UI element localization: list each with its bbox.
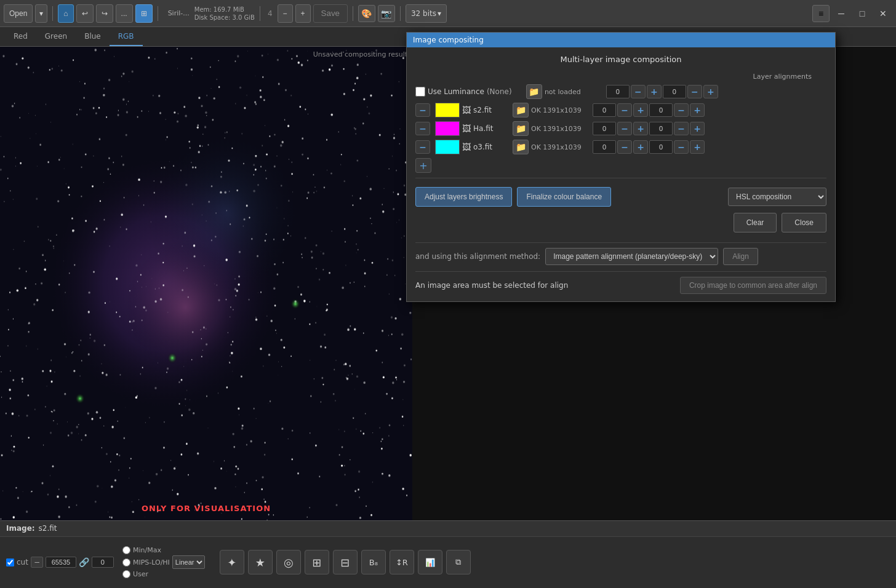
app-title: Siril-... bbox=[168, 9, 190, 17]
close-button[interactable]: ✕ bbox=[874, 4, 892, 23]
luminance-checkbox[interactable] bbox=[415, 87, 425, 97]
luminance-align-group: − + − + bbox=[606, 85, 718, 98]
tab-blue[interactable]: Blue bbox=[76, 30, 110, 46]
redo-button[interactable]: ↪ bbox=[96, 4, 113, 23]
clear-button[interactable]: Clear bbox=[734, 213, 777, 232]
icc-button[interactable]: 🎨 bbox=[358, 5, 375, 22]
link-icon[interactable]: 🔗 bbox=[79, 557, 89, 567]
tab-rgb[interactable]: RGB bbox=[110, 30, 143, 46]
o3-file-icon: 🖼 bbox=[462, 142, 471, 152]
s2-x2-plus-button[interactable]: + bbox=[690, 103, 705, 117]
s2-x1-minus-button[interactable]: − bbox=[617, 103, 632, 117]
ha-file-icon: 🖼 bbox=[462, 124, 471, 133]
bottom-info-row: Image: s2.fit bbox=[0, 521, 896, 537]
bits-selector[interactable]: 32 bits ▾ bbox=[406, 4, 447, 23]
align-method-dropdown[interactable]: Image pattern alignment (planetary/deep-… bbox=[545, 248, 718, 265]
luminance-x2-field[interactable] bbox=[663, 85, 686, 98]
o3-x2-field[interactable] bbox=[649, 140, 673, 154]
layer-row-ha: − 🖼 Ha.fit 📁 OK 1391x1039 − + − + bbox=[415, 121, 826, 136]
maximize-button[interactable]: □ bbox=[853, 4, 871, 23]
home-icon: ⌂ bbox=[63, 9, 68, 18]
o3-remove-button[interactable]: − bbox=[415, 140, 430, 154]
histogram-tool-icon[interactable]: 📊 bbox=[418, 550, 442, 574]
frame-plus-button[interactable]: + bbox=[295, 4, 311, 23]
watermark-label: ONLY FOR VISUALISATION bbox=[142, 504, 271, 513]
frame-minus-button[interactable]: − bbox=[278, 4, 293, 23]
cut-checkbox[interactable] bbox=[6, 558, 14, 566]
o3-folder-button[interactable]: 📁 bbox=[513, 140, 529, 154]
divider-1 bbox=[415, 178, 826, 178]
stretch-minmax-radio[interactable] bbox=[122, 546, 130, 554]
layer-align-header: Layer alignments bbox=[415, 73, 826, 81]
stretch-user-radio[interactable] bbox=[122, 570, 130, 578]
ha-x1-plus-button[interactable]: + bbox=[633, 122, 648, 135]
crop-button[interactable]: Crop image to common area after align bbox=[680, 277, 826, 294]
luminance-row: Use Luminance (None) 📁 not loaded − + − … bbox=[415, 84, 826, 99]
compositing-dialog: Image compositing Multi-layer image comp… bbox=[406, 32, 836, 302]
s2-x2-minus-button[interactable]: − bbox=[674, 103, 689, 117]
finalize-colour-button[interactable]: Finalize colour balance bbox=[517, 187, 611, 207]
circle-tool-icon[interactable]: ◎ bbox=[276, 550, 301, 574]
align-button[interactable]: Align bbox=[723, 248, 758, 265]
o3-folder-icon: 📁 bbox=[516, 142, 526, 152]
s2-remove-button[interactable]: − bbox=[415, 103, 430, 117]
grid-tool-icon[interactable]: ⊞ bbox=[305, 550, 329, 574]
offset-value-field[interactable] bbox=[92, 557, 114, 568]
s2-folder-icon: 📁 bbox=[516, 105, 526, 115]
minimize-button[interactable]: ─ bbox=[832, 4, 850, 23]
image-filename: s2.fit bbox=[39, 524, 57, 533]
ha-x2-field[interactable] bbox=[649, 122, 673, 135]
luminance-x2-minus-button[interactable]: − bbox=[687, 85, 702, 98]
open-button[interactable]: Open bbox=[4, 4, 33, 23]
o3-x1-plus-button[interactable]: + bbox=[633, 140, 648, 154]
s2-color-swatch[interactable] bbox=[435, 103, 460, 117]
abc-tool-icon[interactable]: B₈ bbox=[361, 550, 386, 574]
stretch-type-dropdown[interactable]: Linear Log bbox=[172, 555, 205, 569]
luminance-x1-field[interactable] bbox=[606, 85, 630, 98]
s2-x1-plus-button[interactable]: + bbox=[633, 103, 648, 117]
luminance-label: Use Luminance bbox=[428, 87, 484, 96]
cut-minus-button[interactable]: − bbox=[31, 557, 43, 568]
cut-value-field[interactable] bbox=[46, 557, 76, 568]
luminance-x1-plus-button[interactable]: + bbox=[647, 85, 662, 98]
home-button[interactable]: ⌂ bbox=[58, 4, 73, 23]
s2-x2-field[interactable] bbox=[649, 103, 673, 117]
sequence-tool-icon[interactable]: ⧉ bbox=[446, 550, 471, 574]
layer-align-label: Layer alignments bbox=[753, 73, 812, 81]
dialog-close-button[interactable]: Close bbox=[782, 213, 826, 232]
o3-x2-plus-button[interactable]: + bbox=[690, 140, 705, 154]
o3-x1-minus-button[interactable]: − bbox=[617, 140, 632, 154]
o3-x1-field[interactable] bbox=[593, 140, 616, 154]
luminance-x2-plus-button[interactable]: + bbox=[703, 85, 718, 98]
composition-dropdown[interactable]: HSL composition RGB composition Pixel ma… bbox=[728, 188, 826, 206]
view-button[interactable]: ⊞ bbox=[135, 4, 153, 23]
add-layer-button[interactable]: + bbox=[415, 158, 431, 173]
screen-button[interactable]: 📷 bbox=[378, 5, 395, 22]
ha-color-swatch[interactable] bbox=[435, 121, 460, 136]
undo-button[interactable]: ↩ bbox=[76, 4, 94, 23]
tab-green[interactable]: Green bbox=[36, 30, 76, 46]
ha-x2-minus-button[interactable]: − bbox=[674, 122, 689, 135]
ha-remove-button[interactable]: − bbox=[415, 122, 430, 135]
open-dropdown-button[interactable]: ▾ bbox=[35, 4, 47, 23]
stretch-mips-radio[interactable] bbox=[122, 558, 130, 566]
more-button[interactable]: ... bbox=[116, 4, 133, 23]
o3-x2-minus-button[interactable]: − bbox=[674, 140, 689, 154]
ha-x1-field[interactable] bbox=[593, 122, 616, 135]
luminance-x1-minus-button[interactable]: − bbox=[631, 85, 646, 98]
ha-x2-plus-button[interactable]: + bbox=[690, 122, 705, 135]
transform-tool-icon[interactable]: ⊟ bbox=[333, 550, 358, 574]
adjust-brightness-button[interactable]: Adjust layers brightness bbox=[415, 187, 512, 207]
tab-red[interactable]: Red bbox=[5, 30, 36, 46]
ha-x1-minus-button[interactable]: − bbox=[617, 122, 632, 135]
s2-folder-button[interactable]: 📁 bbox=[513, 103, 529, 117]
save-button[interactable]: Save bbox=[313, 4, 348, 23]
ha-folder-button[interactable]: 📁 bbox=[513, 121, 529, 136]
menu-button[interactable]: ≡ bbox=[812, 5, 830, 22]
cursor-tool-icon[interactable]: ✦ bbox=[220, 550, 244, 574]
luminance-folder-button[interactable]: 📁 bbox=[526, 84, 542, 99]
o3-color-swatch[interactable] bbox=[435, 140, 460, 154]
measure-tool-icon[interactable]: ↕R bbox=[390, 550, 414, 574]
star-tool-icon[interactable]: ★ bbox=[248, 550, 273, 574]
s2-x1-field[interactable] bbox=[593, 103, 616, 117]
